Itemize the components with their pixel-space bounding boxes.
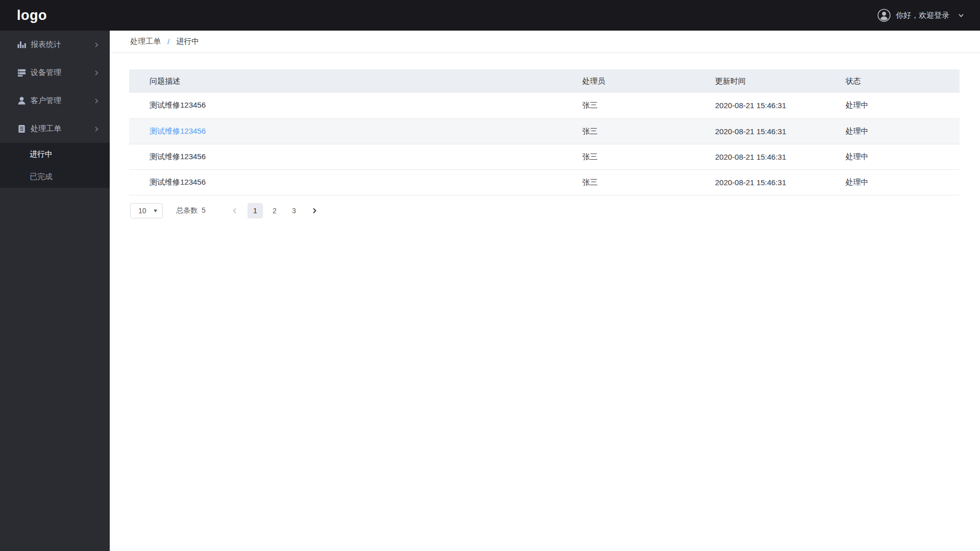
user-greeting: 你好，欢迎登录: [896, 11, 949, 20]
sidebar-item-label: 报表统计: [31, 40, 61, 49]
sidebar-item-workorders[interactable]: 处理工单: [0, 115, 110, 143]
page-size-value: 10: [138, 207, 146, 215]
cell-description-link[interactable]: 测试维修123456: [129, 118, 562, 144]
cell-status: 处理中: [825, 169, 960, 195]
cell-updated: 2020-08-21 15:46:31: [695, 93, 825, 118]
cell-status: 处理中: [825, 144, 960, 169]
sidebar-subitem-completed[interactable]: 已完成: [0, 165, 110, 188]
prev-page-icon[interactable]: [227, 203, 242, 218]
document-icon: [16, 124, 27, 134]
table-row: 测试维修123456 张三 2020-08-21 15:46:31 处理中: [129, 144, 960, 169]
breadcrumb-separator: /: [167, 37, 169, 46]
page-number-3[interactable]: 3: [286, 203, 302, 218]
cell-handler: 张三: [562, 118, 695, 144]
select-caret-icon: ▼: [153, 208, 159, 213]
cell-status: 处理中: [825, 93, 960, 118]
cell-description: 测试维修123456: [129, 144, 562, 169]
page-number-2[interactable]: 2: [267, 203, 282, 218]
sidebar-item-label: 设备管理: [31, 68, 61, 78]
bar-chart-icon: [16, 40, 27, 50]
user-menu[interactable]: 你好，欢迎登录: [877, 9, 965, 22]
chevron-down-icon: [958, 12, 965, 19]
sidebar-subitem-in-progress[interactable]: 进行中: [0, 143, 110, 165]
chevron-right-icon: [93, 98, 100, 104]
total-count-value: 5: [202, 206, 206, 214]
breadcrumb-current: 进行中: [176, 37, 199, 46]
pager: 1 2 3: [227, 203, 322, 218]
cell-updated: 2020-08-21 15:46:31: [695, 169, 825, 195]
col-header-status: 状态: [825, 69, 960, 93]
cell-handler: 张三: [562, 169, 695, 195]
sidebar-item-customers[interactable]: 客户管理: [0, 87, 110, 115]
main-content: 处理工单 / 进行中 问题描述 处理员 更新时间 状态 测试维修123456 张…: [110, 31, 980, 551]
cell-description: 测试维修123456: [129, 169, 562, 195]
col-header-description: 问题描述: [129, 69, 562, 93]
sidebar-item-label: 处理工单: [31, 124, 61, 134]
table-row: 测试维修123456 张三 2020-08-21 15:46:31 处理中: [129, 118, 960, 144]
table-header-row: 问题描述 处理员 更新时间 状态: [129, 69, 960, 93]
avatar-icon: [877, 9, 891, 22]
sidebar-item-reports[interactable]: 报表统计: [0, 31, 110, 59]
chevron-right-icon: [93, 126, 100, 132]
breadcrumb-parent[interactable]: 处理工单: [130, 37, 161, 46]
workorder-table: 问题描述 处理员 更新时间 状态 测试维修123456 张三 2020-08-2…: [129, 69, 960, 195]
sidebar-nav: 报表统计 设备管理 客户管理: [0, 31, 110, 551]
pagination: 10 ▼ 总条数5 1 2 3: [130, 203, 980, 218]
breadcrumb: 处理工单 / 进行中: [110, 31, 980, 53]
col-header-updated: 更新时间: [695, 69, 825, 93]
col-header-handler: 处理员: [562, 69, 695, 93]
cell-handler: 张三: [562, 93, 695, 118]
table-row: 测试维修123456 张三 2020-08-21 15:46:31 处理中: [129, 169, 960, 195]
cell-updated: 2020-08-21 15:46:31: [695, 144, 825, 169]
total-count-label: 总条数: [176, 206, 198, 214]
cell-description: 测试维修123456: [129, 93, 562, 118]
cell-status: 处理中: [825, 118, 960, 144]
server-icon: [16, 68, 27, 78]
page-size-select[interactable]: 10 ▼: [130, 203, 163, 218]
page-number-1[interactable]: 1: [248, 203, 263, 218]
app-logo: logo: [17, 8, 47, 23]
total-count: 总条数5: [176, 206, 206, 215]
top-header-bar: logo 你好，欢迎登录: [0, 0, 980, 31]
cell-updated: 2020-08-21 15:46:31: [695, 118, 825, 144]
next-page-icon[interactable]: [307, 203, 322, 218]
cell-handler: 张三: [562, 144, 695, 169]
sidebar-item-label: 客户管理: [31, 96, 61, 106]
chevron-right-icon: [93, 42, 100, 48]
sidebar-item-devices[interactable]: 设备管理: [0, 59, 110, 87]
user-icon: [16, 96, 27, 106]
table-row: 测试维修123456 张三 2020-08-21 15:46:31 处理中: [129, 93, 960, 118]
sidebar-submenu-workorders: 进行中 已完成: [0, 143, 110, 188]
chevron-right-icon: [93, 70, 100, 76]
